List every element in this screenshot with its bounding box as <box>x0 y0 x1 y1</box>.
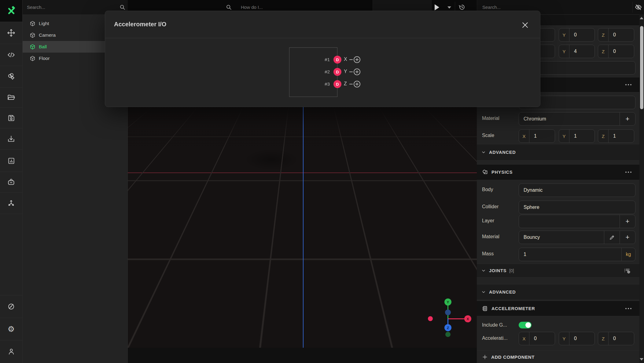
material-value[interactable]: Chromium <box>519 113 620 125</box>
account-button[interactable] <box>0 340 22 363</box>
field-value[interactable]: 0 <box>609 332 634 345</box>
neg-y-gizmo-dot[interactable] <box>445 332 451 337</box>
row2-y-field[interactable]: Y 4 <box>559 45 595 58</box>
inspector-scrollbar[interactable] <box>639 14 644 363</box>
accelerometer-section-header[interactable]: ACCELEROMETER <box>477 301 639 316</box>
add-component-button[interactable]: ADD COMPONENT <box>477 350 639 363</box>
chevron-down-icon[interactable] <box>447 6 451 9</box>
stats-button[interactable] <box>0 150 22 172</box>
toolbox-button[interactable] <box>0 172 22 193</box>
joints-collapse[interactable]: JOINTS [0] <box>477 264 639 278</box>
collider-field[interactable]: Sphere <box>519 201 635 214</box>
joint-tool-button[interactable] <box>0 193 22 214</box>
physics-section-header[interactable]: PHYSICS <box>477 164 639 180</box>
mass-label: Mass <box>482 251 494 257</box>
physics-icon <box>482 169 488 176</box>
pin-type-badge[interactable]: D <box>333 80 341 88</box>
mass-value[interactable]: 1 <box>519 248 621 261</box>
gizmo-z-ball[interactable]: Z <box>444 324 451 331</box>
neg-z-gizmo-dot[interactable] <box>445 309 451 315</box>
environment-settings-icon <box>7 72 15 81</box>
add-joint-button[interactable] <box>624 267 631 274</box>
field-value[interactable]: 0 <box>609 28 634 41</box>
acceleration-y-field[interactable]: Y 0 <box>559 332 595 345</box>
code-button[interactable] <box>0 44 22 66</box>
include-gravity-toggle[interactable] <box>519 322 532 328</box>
physics-material-add-button[interactable]: + <box>620 231 635 244</box>
pin-add-connection-button[interactable] <box>354 81 360 87</box>
axis-label: Y <box>559 45 569 58</box>
row2-z-field[interactable]: Z 0 <box>598 45 634 58</box>
physics-advanced-collapse[interactable]: ADVANCED <box>477 284 639 300</box>
add-component-label: ADD COMPONENT <box>491 354 535 360</box>
environment-settings-button[interactable] <box>0 66 22 87</box>
play-button[interactable] <box>435 4 439 10</box>
pin-axis-label: X <box>344 57 347 62</box>
move-tool-button[interactable] <box>0 22 22 44</box>
pin-type-badge[interactable]: D <box>333 68 341 76</box>
mass-unit: kg <box>621 248 635 261</box>
history-icon[interactable] <box>458 3 466 11</box>
gizmo-y-ball[interactable]: Y <box>444 298 451 306</box>
scale-x-field[interactable]: X 1 <box>519 129 555 143</box>
layer-add-button[interactable]: + <box>620 215 635 228</box>
field-value[interactable]: 0 <box>529 332 555 345</box>
disc-slash-button[interactable] <box>0 295 22 318</box>
acceleration-label: Accelerati... <box>482 335 508 341</box>
body-value[interactable]: Dynamic <box>519 184 635 197</box>
eye-off-icon[interactable] <box>635 3 642 11</box>
material-add-button[interactable]: + <box>620 113 635 125</box>
pin-type-badge[interactable]: D <box>333 56 341 64</box>
scale-z-field[interactable]: Z 1 <box>598 129 634 143</box>
pin-add-connection-button[interactable] <box>354 56 360 63</box>
plus-icon <box>482 354 488 360</box>
ellipsis-menu-icon[interactable] <box>625 84 631 85</box>
field-value[interactable]: 1 <box>569 130 594 143</box>
pin-axis-label: Y <box>344 69 347 74</box>
scroll-down-arrow[interactable] <box>640 358 643 361</box>
settings-button[interactable]: ⚙ <box>0 318 22 340</box>
ellipsis-menu-icon[interactable] <box>625 308 631 309</box>
cube-icon <box>29 55 36 62</box>
orientation-gizmo[interactable]: Y X Z <box>427 297 469 340</box>
pin-number: #3 <box>318 81 330 87</box>
body-field[interactable]: Dynamic <box>519 183 635 197</box>
layer-field[interactable]: + <box>519 215 635 228</box>
physics-material-value[interactable]: Bouncy <box>519 231 604 244</box>
scrollbar-thumb[interactable] <box>640 26 643 109</box>
field-value[interactable]: 1 <box>529 130 555 143</box>
pin-add-connection-button[interactable] <box>354 69 360 75</box>
open-project-button[interactable] <box>0 87 22 108</box>
collider-value[interactable]: Sphere <box>519 201 635 214</box>
field-value[interactable]: 0 <box>569 332 594 345</box>
gizmo-x-ball[interactable]: X <box>464 315 471 322</box>
list-add-icon <box>624 267 631 274</box>
row1-z-field[interactable]: Z 0 <box>598 28 634 42</box>
field-value[interactable]: 0 <box>609 45 634 58</box>
field-value[interactable]: 4 <box>569 45 594 58</box>
import-button[interactable] <box>0 128 22 150</box>
advanced-collapse[interactable]: ADVANCED <box>477 144 639 161</box>
save-button[interactable] <box>0 108 22 128</box>
row1-y-field[interactable]: Y 0 <box>559 28 595 42</box>
scroll-up-arrow[interactable] <box>640 17 643 19</box>
app-logo[interactable] <box>0 0 22 22</box>
field-value[interactable]: 0 <box>569 28 594 41</box>
cube-icon <box>29 32 36 39</box>
pin-dash <box>349 84 353 84</box>
material-field[interactable]: Chromium + <box>519 112 635 126</box>
acceleration-z-field[interactable]: Z 0 <box>598 332 634 345</box>
acceleration-x-field[interactable]: X 0 <box>519 332 555 345</box>
toggle-knob <box>525 322 531 328</box>
ellipsis-menu-icon[interactable] <box>625 172 631 173</box>
edit-material-button[interactable] <box>604 231 620 244</box>
mass-field[interactable]: 1 kg <box>519 248 635 261</box>
include-gravity-label: Include G... <box>482 322 507 328</box>
neg-x-gizmo-dot[interactable] <box>428 316 433 321</box>
topbar-divider <box>632 2 633 13</box>
physics-material-field[interactable]: Bouncy + <box>519 231 635 244</box>
accelerometer-node[interactable] <box>289 47 337 97</box>
field-value[interactable]: 1 <box>609 130 634 143</box>
close-icon[interactable] <box>522 21 529 29</box>
scale-y-field[interactable]: Y 1 <box>559 129 595 143</box>
